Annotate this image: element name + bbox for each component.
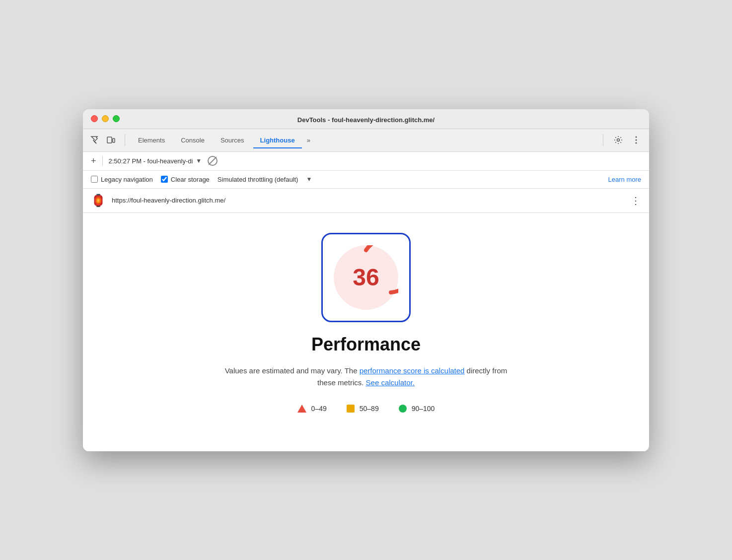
close-button[interactable] [91, 115, 98, 122]
svg-rect-1 [113, 139, 115, 142]
options-bar: Legacy navigation Clear storage Simulate… [83, 171, 649, 189]
title-bar: DevTools - foul-heavenly-direction.glitc… [83, 109, 649, 129]
svg-point-5 [636, 142, 637, 144]
url-more-button[interactable]: ⋮ [631, 196, 641, 206]
legacy-nav-option[interactable]: Legacy navigation [91, 176, 153, 183]
score-circle: 36 [334, 245, 398, 310]
tab-elements[interactable]: Elements [131, 133, 172, 148]
calculator-link[interactable]: See calculator. [366, 378, 415, 387]
tab-bar-right [599, 133, 643, 147]
lighthouse-favicon: 🏮 [91, 194, 106, 208]
traffic-lights [91, 115, 120, 122]
devtools-window: DevTools - foul-heavenly-direction.glitc… [83, 109, 649, 451]
legacy-nav-checkbox[interactable] [91, 176, 98, 183]
timestamp: 2:50:27 PM - foul-heavenly-di ▼ [109, 157, 202, 165]
legend-red: 0–49 [297, 405, 327, 413]
score-legend: 0–49 50–89 90–100 [297, 405, 435, 413]
svg-point-4 [636, 140, 637, 141]
orange-square-icon [347, 405, 355, 413]
tab-divider [125, 134, 125, 146]
performance-description: Values are estimated and may vary. The p… [217, 365, 515, 389]
legend-orange: 50–89 [347, 405, 379, 413]
block-icon[interactable] [208, 156, 218, 166]
legend-green: 90–100 [399, 405, 435, 413]
tab-lighthouse[interactable]: Lighthouse [253, 133, 302, 148]
inspect-icon[interactable] [89, 134, 101, 146]
main-content: 36 Performance Values are estimated and … [83, 213, 649, 451]
score-value: 36 [353, 264, 379, 291]
svg-rect-0 [107, 137, 112, 143]
score-gauge: 36 [321, 233, 411, 322]
red-triangle-icon [297, 405, 306, 413]
learn-more-link[interactable]: Learn more [608, 176, 641, 183]
settings-icon[interactable] [611, 133, 625, 147]
svg-point-3 [636, 137, 637, 138]
minimize-button[interactable] [102, 115, 109, 122]
add-button[interactable]: + [91, 156, 96, 166]
green-circle-icon [399, 405, 407, 413]
toolbar: + 2:50:27 PM - foul-heavenly-di ▼ [83, 152, 649, 171]
url-bar: 🏮 https://foul-heavenly-direction.glitch… [83, 189, 649, 213]
device-icon[interactable] [105, 134, 117, 146]
maximize-button[interactable] [113, 115, 120, 122]
clear-storage-option[interactable]: Clear storage [161, 176, 210, 183]
tab-divider-right [603, 134, 603, 146]
tab-more[interactable]: » [304, 133, 313, 148]
window-title: DevTools - foul-heavenly-direction.glitc… [297, 116, 435, 124]
clear-storage-checkbox[interactable] [161, 176, 168, 183]
toolbar-divider [102, 156, 103, 166]
tab-console[interactable]: Console [174, 133, 212, 148]
performance-title: Performance [311, 334, 421, 355]
svg-point-2 [617, 139, 620, 141]
more-options-icon[interactable] [629, 133, 643, 147]
tab-sources[interactable]: Sources [214, 133, 251, 148]
dropdown-arrow-icon[interactable]: ▼ [196, 157, 202, 164]
throttle-dropdown-icon[interactable]: ▼ [306, 176, 312, 183]
perf-score-link[interactable]: performance score is calculated [360, 366, 465, 375]
tab-bar: Elements Console Sources Lighthouse » [83, 129, 649, 152]
page-url: https://foul-heavenly-direction.glitch.m… [112, 197, 625, 204]
throttling-label: Simulated throttling (default) [218, 176, 298, 183]
